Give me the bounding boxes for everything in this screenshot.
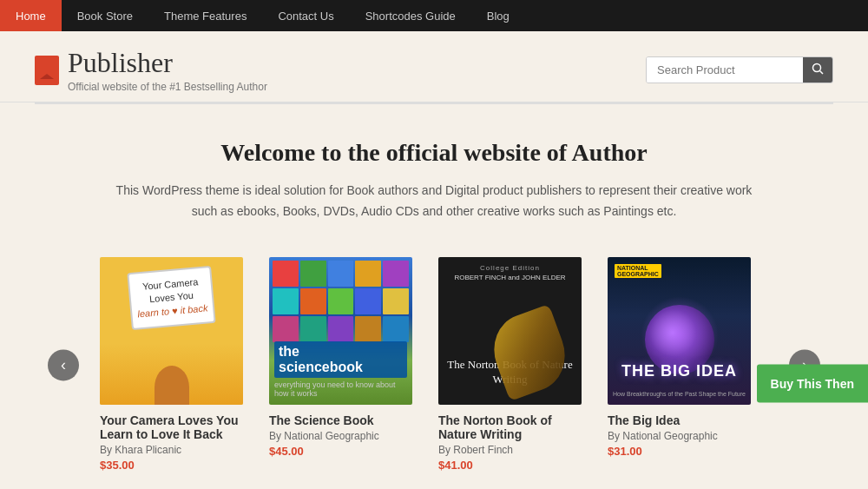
book-cover-1[interactable]: Your CameraLoves Youlearn to ♥ it back: [100, 257, 243, 405]
bigidea-header: NATIONALGEOGRAPHIC: [615, 264, 744, 278]
grid-cell: [383, 288, 409, 314]
book-price-2: $45.00: [269, 445, 412, 458]
book-title-2: The Science Book: [269, 413, 412, 427]
search-input[interactable]: [647, 57, 803, 83]
main-nav: Home Book Store Theme Features Contact U…: [0, 0, 868, 31]
bigidea-subtitle-text: How Breakthroughs of the Past Shape the …: [611, 390, 747, 398]
book-price-1: $35.00: [100, 459, 243, 472]
book-card-1: Your CameraLoves Youlearn to ♥ it back Y…: [87, 257, 256, 472]
logo-text-area: Publisher Official website of the #1 Bes…: [68, 47, 267, 93]
grid-cell: [328, 261, 354, 287]
grid-cell: [273, 288, 299, 314]
book-title-3: The Norton Book of Nature Writing: [438, 413, 582, 441]
bigidea-subtitle-overlay: How Breakthroughs of the Past Shape the …: [611, 390, 747, 398]
grid-cell: [355, 316, 381, 342]
book-title-4: The Big Idea: [608, 413, 751, 427]
nav-bookstore[interactable]: Book Store: [62, 0, 148, 31]
science-book-title: thesciencebook: [274, 341, 407, 378]
science-subtitle: everything you need to know about how it…: [274, 380, 407, 398]
norton-edition: College Edition: [445, 264, 575, 272]
grid-cell: [273, 261, 299, 287]
svg-point-2: [813, 64, 821, 72]
grid-cell: [383, 316, 409, 342]
grid-cell: [355, 288, 381, 314]
book-author-2: By National Geographic: [269, 430, 412, 442]
nav-theme-features[interactable]: Theme Features: [148, 0, 262, 31]
ng-logo: NATIONALGEOGRAPHIC: [615, 264, 661, 278]
science-grid: [269, 257, 412, 346]
nav-home[interactable]: Home: [0, 0, 62, 31]
book-cover-3[interactable]: College Edition ROBERT FINCH and JOHN EL…: [438, 257, 582, 405]
search-area: [646, 56, 833, 83]
nav-contact[interactable]: Contact Us: [262, 0, 349, 31]
carousel-prev-button[interactable]: ‹: [48, 349, 79, 380]
buy-btn-wrapper: Buy This Then: [757, 365, 868, 403]
nav-shortcodes[interactable]: Shortcodes Guide: [350, 0, 471, 31]
welcome-description: This WordPress theme is ideal solution f…: [104, 181, 764, 222]
book-title-1: Your Camera Loves You Learn to Love It B…: [100, 413, 243, 441]
bigidea-title-overlay: THE BIG IDEA: [608, 362, 751, 380]
norton-header: College Edition ROBERT FINCH and JOHN EL…: [445, 264, 575, 281]
science-title-overlay: thesciencebook everything you need to kn…: [274, 341, 407, 398]
grid-cell: [300, 261, 326, 287]
book-author-3: By Robert Finch: [438, 444, 582, 456]
grid-cell: [273, 316, 299, 342]
welcome-title: Welcome to the official website of Autho…: [69, 139, 799, 167]
svg-line-3: [820, 71, 824, 75]
nav-blog[interactable]: Blog: [471, 0, 525, 31]
book-cover-4[interactable]: NATIONALGEOGRAPHIC THE BIG IDEA How Brea…: [608, 257, 751, 405]
book-card-3: College Edition ROBERT FINCH and JOHN EL…: [425, 257, 595, 472]
grid-cell: [328, 288, 354, 314]
search-box: [646, 56, 833, 83]
logo-area: Publisher Official website of the #1 Bes…: [35, 47, 267, 93]
grid-cell: [383, 261, 409, 287]
grid-cell: [328, 316, 354, 342]
norton-authors: ROBERT FINCH and JOHN ELDER: [445, 274, 575, 281]
book-author-1: By Khara Plicanic: [100, 444, 243, 456]
buy-this-then-button[interactable]: Buy This Then: [757, 365, 868, 403]
book-card-2: thesciencebook everything you need to kn…: [256, 257, 425, 472]
books-carousel: ‹ Your CameraLoves Youlearn to ♥ it back…: [0, 248, 868, 489]
grid-cell: [300, 288, 326, 314]
book-cover-text-1: Your CameraLoves Youlearn to ♥ it back: [127, 265, 216, 329]
welcome-section: Welcome to the official website of Autho…: [0, 104, 868, 248]
site-subtitle: Official website of the #1 Bestselling A…: [68, 81, 267, 93]
book-bottom-art: [100, 344, 243, 405]
search-button[interactable]: [803, 57, 832, 83]
carousel-track: Your CameraLoves Youlearn to ♥ it back Y…: [0, 257, 868, 472]
search-icon: [812, 63, 824, 75]
site-title: Publisher: [68, 47, 267, 79]
book-cover-2[interactable]: thesciencebook everything you need to kn…: [269, 257, 412, 405]
book-card-4: NATIONALGEOGRAPHIC THE BIG IDEA How Brea…: [595, 257, 764, 472]
grid-cell: [355, 261, 381, 287]
person-silhouette: [155, 366, 189, 405]
book-author-4: By National Geographic: [608, 430, 751, 442]
grid-cell: [300, 316, 326, 342]
logo-icon: [35, 56, 59, 85]
bigidea-title-text: THE BIG IDEA: [608, 362, 751, 380]
book-price-3: $41.00: [438, 459, 582, 472]
site-header: Publisher Official website of the #1 Bes…: [0, 31, 868, 102]
book-price-4: $31.00: [608, 445, 751, 458]
